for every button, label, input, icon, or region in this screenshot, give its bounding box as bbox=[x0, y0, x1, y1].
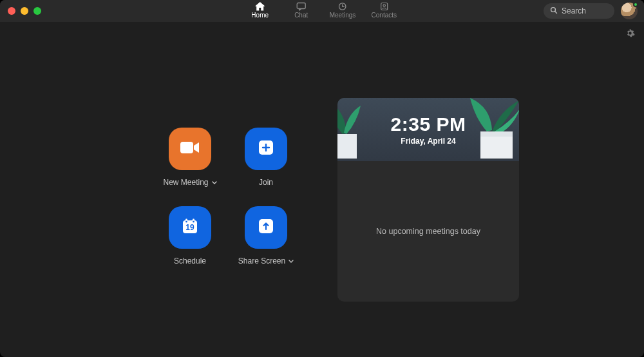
action-label-row[interactable]: New Meeting bbox=[163, 178, 216, 187]
nav-contacts[interactable]: Contacts bbox=[371, 0, 397, 19]
nav-label: Chat bbox=[294, 12, 308, 19]
titlebar: Home Chat Meetings Contacts bbox=[0, 0, 644, 22]
window-controls bbox=[8, 7, 41, 15]
titlebar-right bbox=[544, 0, 638, 22]
window-close[interactable] bbox=[8, 7, 15, 15]
svg-rect-14 bbox=[337, 134, 357, 159]
action-label: Share Screen bbox=[238, 256, 285, 265]
action-label-row[interactable]: Share Screen bbox=[238, 256, 294, 265]
window-minimize[interactable] bbox=[21, 7, 28, 15]
action-new-meeting: New Meeting bbox=[155, 128, 225, 198]
search-input[interactable] bbox=[562, 6, 607, 15]
action-share-screen: Share Screen bbox=[231, 206, 301, 277]
action-schedule: 19 Schedule bbox=[155, 206, 225, 277]
calendar-panel: 2:35 PM Friday, April 24 No upcoming mee… bbox=[337, 98, 519, 302]
nav-chat[interactable]: Chat bbox=[289, 0, 314, 19]
nav-meetings[interactable]: Meetings bbox=[330, 0, 356, 19]
action-label-row[interactable]: Join bbox=[259, 178, 273, 187]
plant-decoration-icon bbox=[337, 98, 363, 161]
plant-decoration-icon bbox=[461, 98, 519, 161]
nav-home[interactable]: Home bbox=[247, 0, 273, 19]
share-arrow-icon bbox=[258, 218, 274, 237]
no-meetings-text: No upcoming meetings today bbox=[376, 227, 480, 236]
calendar-day-number: 19 bbox=[185, 223, 194, 232]
nav-label: Meetings bbox=[330, 12, 356, 19]
profile-avatar[interactable] bbox=[621, 3, 638, 19]
svg-rect-16 bbox=[480, 131, 513, 137]
chevron-down-icon bbox=[212, 178, 217, 187]
body: New Meeting Join bbox=[0, 22, 644, 357]
action-label: Join bbox=[259, 178, 273, 187]
action-grid: New Meeting Join bbox=[155, 128, 301, 277]
join-button[interactable] bbox=[245, 128, 287, 170]
panel-body: No upcoming meetings today bbox=[337, 161, 519, 302]
svg-rect-0 bbox=[297, 3, 305, 9]
svg-line-5 bbox=[555, 12, 557, 14]
new-meeting-button[interactable] bbox=[169, 128, 211, 170]
svg-point-3 bbox=[383, 5, 385, 6]
search-icon bbox=[550, 5, 558, 17]
nav-label: Home bbox=[251, 12, 269, 19]
svg-rect-6 bbox=[180, 142, 193, 153]
panel-time: 2:35 PM bbox=[391, 113, 466, 135]
chevron-down-icon bbox=[289, 256, 294, 265]
action-label-row[interactable]: Schedule bbox=[174, 256, 206, 265]
settings-button[interactable] bbox=[625, 28, 635, 41]
action-label: Schedule bbox=[174, 256, 206, 265]
schedule-button[interactable]: 19 bbox=[169, 206, 211, 249]
action-join: Join bbox=[231, 128, 301, 198]
chat-icon bbox=[296, 2, 307, 11]
top-nav: Home Chat Meetings Contacts bbox=[247, 0, 397, 22]
nav-label: Contacts bbox=[372, 12, 397, 19]
video-icon bbox=[180, 140, 200, 157]
search-box[interactable] bbox=[544, 3, 614, 19]
panel-date: Friday, April 24 bbox=[401, 137, 455, 146]
action-label: New Meeting bbox=[163, 178, 208, 187]
contacts-icon bbox=[379, 2, 389, 11]
plus-icon bbox=[258, 139, 274, 159]
calendar-icon: 19 bbox=[181, 217, 199, 238]
presence-indicator bbox=[633, 2, 638, 7]
home-icon bbox=[255, 2, 265, 11]
clock-icon bbox=[337, 2, 348, 11]
panel-header: 2:35 PM Friday, April 24 bbox=[337, 98, 519, 161]
share-screen-button[interactable] bbox=[245, 206, 287, 249]
window-maximize[interactable] bbox=[33, 7, 41, 15]
app-window: Home Chat Meetings Contacts bbox=[0, 0, 644, 357]
gear-icon bbox=[625, 29, 635, 40]
